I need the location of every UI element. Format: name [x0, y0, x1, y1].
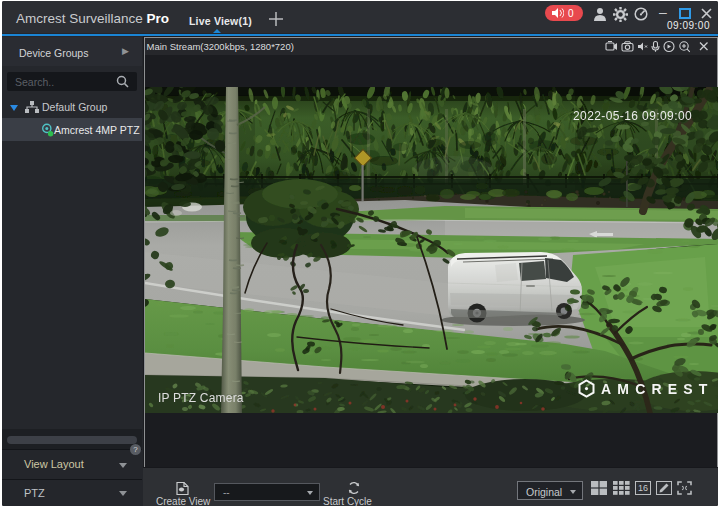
svg-text:AMCREST: AMCREST — [601, 380, 714, 396]
svg-text:2022-05-16 09:09:00: 2022-05-16 09:09:00 — [573, 109, 692, 123]
svg-text:IP PTZ Camera: IP PTZ Camera — [158, 391, 244, 405]
